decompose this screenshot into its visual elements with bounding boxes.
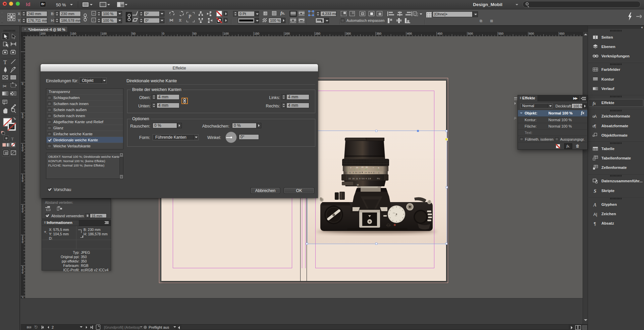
- svg-text:0: 0: [22, 271, 23, 274]
- svg-text:50: 50: [193, 32, 197, 35]
- svg-text:650: 650: [559, 32, 565, 35]
- svg-text:150: 150: [71, 32, 76, 35]
- svg-text:0: 0: [22, 149, 23, 152]
- svg-text:200: 200: [41, 32, 46, 35]
- svg-text:T: T: [11, 136, 14, 141]
- svg-text:0: 0: [163, 32, 164, 35]
- svg-text:250: 250: [315, 32, 320, 35]
- svg-text:500: 500: [468, 32, 473, 35]
- svg-text:300: 300: [346, 32, 351, 35]
- svg-text:0: 0: [22, 82, 23, 86]
- svg-text:0: 0: [22, 210, 23, 213]
- svg-text:400: 400: [407, 32, 412, 35]
- svg-text:T: T: [3, 59, 7, 65]
- svg-text:50: 50: [132, 32, 136, 35]
- svg-text:150: 150: [254, 32, 259, 35]
- svg-text:600: 600: [529, 32, 534, 35]
- svg-text:✂: ✂: [3, 83, 7, 89]
- svg-text:0: 0: [22, 179, 23, 183]
- svg-text:550: 550: [498, 32, 503, 35]
- svg-text:100: 100: [102, 32, 107, 35]
- svg-text:350: 350: [376, 32, 381, 35]
- svg-text:100: 100: [224, 32, 229, 35]
- svg-text:200: 200: [285, 32, 290, 35]
- svg-text:450: 450: [437, 32, 442, 35]
- svg-text:0: 0: [22, 240, 23, 244]
- svg-text:0: 0: [22, 115, 23, 119]
